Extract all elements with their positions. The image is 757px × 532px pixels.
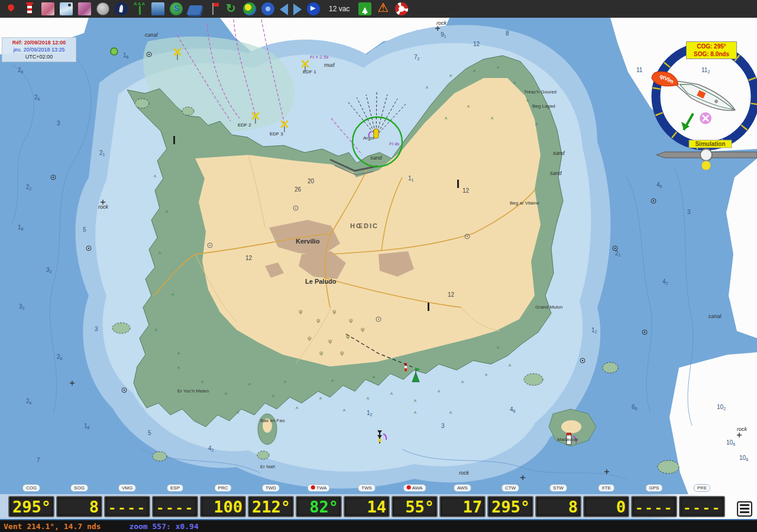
track-start-marker bbox=[111, 48, 118, 55]
vegetation-symbol: ʌ bbox=[373, 374, 375, 379]
depth-sounding: 12 bbox=[462, 187, 470, 194]
lighthouse-icon[interactable] bbox=[23, 2, 36, 15]
chart-area[interactable]: ʌʌʌʌʌʌʌʌʌʌʌʌʌʌʌʌʌʌʌʌʌʌʌʌʌʌʌʌʌʌʌʌʌʌʌʌʌʌψψ… bbox=[0, 18, 757, 519]
map-label: Fl.Y 2.5s bbox=[310, 54, 328, 60]
vegetation-symbol: ʌ bbox=[248, 381, 251, 387]
instrument-label: CTW bbox=[502, 484, 519, 492]
depth-sounding: 3 bbox=[57, 120, 60, 126]
cog-value: COG: 295° bbox=[687, 43, 736, 50]
vegetation-symbol: ʌ bbox=[485, 372, 487, 377]
depth-sounding: 12 bbox=[473, 41, 480, 47]
instrument-label: ESP bbox=[167, 484, 183, 492]
depth-sounding: 12 bbox=[245, 255, 253, 261]
status-bar: Vent 214.1°, 14.7 nds zoom 557: x0.94 bbox=[0, 519, 757, 532]
chart-magenta-icon[interactable] bbox=[78, 2, 91, 15]
instrument-label: TWD bbox=[262, 484, 280, 492]
coin-icon[interactable] bbox=[96, 2, 109, 15]
marsh-symbol: ψ bbox=[349, 317, 352, 323]
flag-pole-icon[interactable] bbox=[206, 2, 219, 15]
instrument-tws[interactable]: TWS14 bbox=[344, 496, 390, 517]
marsh-symbol: ψ bbox=[328, 338, 332, 344]
blue-marker-icon[interactable] bbox=[261, 2, 274, 15]
refresh-icon[interactable] bbox=[225, 2, 238, 15]
rocket-icon[interactable] bbox=[115, 2, 128, 15]
instrument-xte[interactable]: XTE0 bbox=[583, 496, 629, 517]
instrument-value: 17 bbox=[462, 498, 482, 517]
instrument-vmg[interactable]: VMG---- bbox=[104, 496, 150, 517]
alarm-dot bbox=[407, 485, 411, 489]
datetime-info-box: Réf: 20/09/2018 12:00 jeu. 20/09/2018 13… bbox=[2, 37, 76, 62]
poi-marker-icon[interactable] bbox=[5, 2, 18, 15]
alert-icon[interactable] bbox=[377, 2, 390, 15]
instrument-esp[interactable]: ESP---- bbox=[152, 496, 198, 517]
map-label: Grand Mulon bbox=[535, 304, 562, 310]
yellow-dot-marker[interactable] bbox=[701, 161, 711, 170]
vegetation-symbol: ʌ bbox=[414, 410, 416, 415]
depth-sounding: 20 bbox=[308, 178, 315, 184]
instrument-ctw[interactable]: CTW295° bbox=[487, 496, 533, 517]
instrument-sog[interactable]: SOG8 bbox=[56, 496, 102, 517]
instrument-label: AWS bbox=[454, 484, 471, 492]
map-label: rock bbox=[737, 426, 748, 432]
map-label: HŒDIC bbox=[350, 222, 378, 229]
simulation-label: Simulation bbox=[695, 141, 725, 147]
map-label: Argol bbox=[363, 135, 374, 141]
vegetation-symbol: ʌ bbox=[284, 379, 286, 384]
panel-menu-button[interactable] bbox=[737, 501, 752, 517]
vegetation-symbol: ʌ bbox=[445, 115, 447, 121]
map-label: Bae en Fao bbox=[260, 418, 285, 423]
nav-forward-icon[interactable] bbox=[293, 4, 302, 15]
blue-panel-icon[interactable] bbox=[151, 2, 164, 15]
chart-blue-icon[interactable] bbox=[60, 2, 73, 15]
instrument-stw[interactable]: STW8 bbox=[535, 496, 581, 517]
vegetation-symbol: ʌ bbox=[497, 64, 499, 70]
cog-sog-box: COG: 295° SOG: 8.0nds bbox=[686, 41, 737, 59]
instrument-gps[interactable]: GPS---- bbox=[631, 496, 677, 517]
instrument-awa[interactable]: AWA55° bbox=[392, 496, 438, 517]
play-icon[interactable] bbox=[307, 2, 320, 15]
current-date: jeu. 20/09/2018 13:25 bbox=[4, 46, 74, 53]
depth-sounding: 3 bbox=[441, 423, 445, 429]
map-label: Tréac'h Goured bbox=[524, 89, 557, 95]
map-label: Kervilio bbox=[296, 238, 320, 245]
mast-icon[interactable] bbox=[133, 2, 146, 15]
mob-lifebuoy-icon[interactable] bbox=[395, 2, 408, 15]
depth-sounding: 5 bbox=[83, 226, 86, 233]
marsh-symbol: ψ bbox=[340, 350, 344, 356]
instrument-prc[interactable]: PRC100 bbox=[200, 496, 246, 517]
vegetation-symbol: ʌ bbox=[497, 345, 499, 350]
instrument-label: SOG bbox=[70, 484, 88, 492]
instrument-label: GPS bbox=[646, 484, 663, 492]
instrument-cog[interactable]: COG295° bbox=[8, 496, 54, 517]
port-buoy bbox=[374, 129, 378, 138]
layers-icon[interactable] bbox=[186, 5, 202, 15]
utc-offset: UTC+02:00 bbox=[4, 53, 74, 60]
map-label: Fl 4s bbox=[389, 141, 399, 147]
map-label: Le Paludo bbox=[305, 278, 337, 285]
vegetation-symbol: ʌ bbox=[526, 98, 529, 103]
map-label: EDF 2 bbox=[238, 122, 251, 128]
chart-pink-icon[interactable] bbox=[41, 2, 54, 15]
vegetation-symbol: ʌ bbox=[172, 291, 174, 297]
map-label: canal bbox=[709, 313, 722, 319]
tree-poi-icon[interactable] bbox=[358, 2, 371, 15]
instrument-value: 0 bbox=[616, 498, 626, 517]
globe-icon[interactable] bbox=[170, 2, 183, 15]
instrument-twa[interactable]: TWA82° bbox=[296, 496, 342, 517]
speed-slider-knob[interactable] bbox=[700, 149, 712, 161]
vegetation-symbol: ʌ bbox=[426, 85, 428, 90]
vegetation-symbol: ʌ bbox=[491, 115, 493, 121]
reference-date: Réf: 20/09/2018 12:00 bbox=[4, 39, 74, 46]
instrument-value: 55° bbox=[405, 498, 434, 517]
instrument-twd[interactable]: TWD212° bbox=[248, 496, 294, 517]
depth-sounding: 26 bbox=[295, 186, 302, 193]
map-label: Beg Lagad bbox=[532, 103, 555, 109]
instrument-pre[interactable]: PRE---- bbox=[679, 496, 725, 517]
vegetation-symbol: ʌ bbox=[449, 410, 452, 415]
earth-grib-icon[interactable] bbox=[243, 2, 256, 15]
sog-value: SOG: 8.0nds bbox=[687, 50, 736, 58]
map-label: sand bbox=[370, 155, 383, 161]
wind-status: Vent 214.1°, 14.7 nds bbox=[4, 522, 101, 531]
instrument-aws[interactable]: AWS17 bbox=[439, 496, 486, 517]
nav-back-icon[interactable] bbox=[280, 4, 288, 15]
